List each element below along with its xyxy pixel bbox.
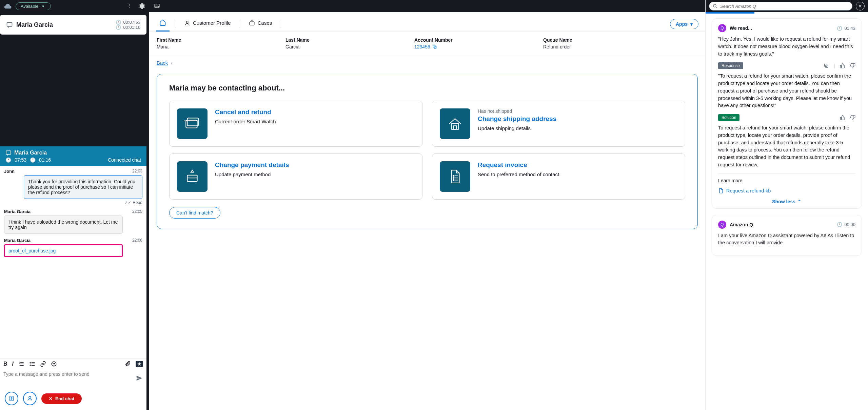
first-name-value: Maria — [157, 44, 224, 49]
clock-icon: 🕐 — [116, 20, 121, 25]
chevron-right-icon: › — [171, 60, 172, 66]
italic-button[interactable]: I — [12, 361, 14, 367]
active-contact-header[interactable]: Maria Garcia 🕐07:53 🕐01:16 Connected cha… — [0, 146, 146, 166]
show-less-button[interactable]: Show less ⌃ — [718, 199, 855, 204]
thumbs-up-icon[interactable] — [840, 115, 845, 120]
svg-point-6 — [53, 363, 54, 364]
account-number-label: Account Number — [414, 37, 482, 43]
svg-point-25 — [453, 175, 454, 176]
svg-point-4 — [30, 365, 31, 366]
bold-button[interactable]: B — [3, 361, 7, 367]
search-input[interactable] — [720, 4, 849, 9]
emoji-button[interactable] — [51, 361, 57, 367]
agent-message: Thank you for providing this information… — [24, 175, 142, 199]
card-title: Cancel and refund — [215, 108, 276, 116]
customer-info-row: First Name Maria Last Name Garcia Accoun… — [149, 32, 705, 55]
card-subtitle: Current order Smart Watch — [215, 119, 276, 124]
first-name-label: First Name — [157, 37, 224, 43]
customer-profile-label: Customer Profile — [193, 20, 231, 26]
copy-icon[interactable] — [824, 63, 829, 68]
svg-rect-36 — [854, 64, 855, 66]
panel-heading: Maria may be contacting about... — [169, 84, 685, 93]
more-icon[interactable]: ⋮ — [127, 3, 132, 9]
attachment-button[interactable] — [125, 361, 131, 367]
intent-card-change-address[interactable]: Has not shipped Change shipping address … — [432, 101, 685, 147]
msg-time: 22:03 — [132, 169, 142, 174]
apps-dropdown[interactable]: Apps ▾ — [670, 19, 698, 29]
card-subtitle: Send to preferred method of contact — [478, 171, 559, 177]
learn-more-link[interactable]: Learn more — [718, 178, 855, 183]
invoice-icon — [440, 161, 470, 192]
close-icon: ✕ — [49, 396, 53, 401]
active-t2: 01:16 — [39, 157, 51, 163]
gear-icon[interactable] — [139, 3, 145, 9]
transfer-button[interactable] — [23, 392, 37, 405]
chat-icon — [6, 21, 13, 28]
document-icon — [718, 188, 724, 193]
end-chat-button[interactable]: ✕ End chat — [41, 393, 82, 404]
queue-name-value: Refund order — [543, 44, 611, 49]
close-panel-button[interactable]: ✕ — [856, 2, 865, 11]
quick-responses-button[interactable] — [136, 361, 143, 367]
q-solution-text: To request a refund for your smart watch… — [718, 124, 855, 169]
house-icon — [440, 108, 470, 139]
svg-rect-21 — [452, 124, 459, 129]
clock-icon: 🕐 — [30, 157, 36, 163]
contact-name: Maria Garcia — [16, 21, 53, 28]
read-label: Read — [133, 200, 142, 205]
card-subtitle: Update shipping details — [478, 125, 556, 131]
svg-rect-0 — [7, 22, 12, 26]
back-link[interactable]: Back — [157, 60, 168, 66]
msg-time: 22:05 — [132, 209, 142, 214]
msg-time: 22:06 — [132, 238, 142, 243]
contact-card[interactable]: Maria Garcia 🕐00:07:53 🕐00:01:16 — [0, 15, 146, 35]
clock-icon: 🕐 — [837, 26, 842, 31]
ordered-list-button[interactable] — [18, 361, 24, 367]
intent-card-request-invoice[interactable]: Request invoice Send to preferred method… — [432, 153, 685, 200]
q-assistant-text: I am your live Amazon Q assistant powere… — [718, 232, 855, 247]
thumbs-down-icon[interactable] — [850, 63, 855, 68]
search-wrapper[interactable] — [709, 2, 852, 11]
q-card-time: 00:00 — [844, 222, 855, 227]
solution-tag: Solution — [718, 114, 739, 121]
transcript-button[interactable] — [5, 392, 18, 405]
chat-icon — [5, 150, 12, 156]
attachment-link[interactable]: proof_of_purchase.jpg — [8, 248, 56, 253]
svg-point-29 — [453, 180, 454, 181]
copy-icon[interactable] — [432, 44, 437, 49]
card-subtitle: Update payment method — [215, 171, 289, 177]
svg-point-31 — [713, 4, 716, 7]
send-button[interactable] — [136, 374, 143, 382]
unordered-list-button[interactable] — [29, 361, 35, 367]
attachment-block[interactable]: proof_of_purchase.jpg — [4, 244, 123, 257]
card-title: Change payment details — [215, 161, 289, 169]
image-icon[interactable] — [154, 3, 160, 9]
kb-link[interactable]: Request a refund-kb — [718, 188, 855, 193]
svg-point-7 — [55, 363, 55, 364]
svg-rect-35 — [840, 66, 841, 68]
link-button[interactable] — [40, 361, 46, 367]
cant-find-match-button[interactable]: Can't find match? — [169, 207, 220, 219]
timer-1: 00:07:53 — [123, 20, 140, 25]
tab-home[interactable] — [156, 16, 170, 32]
svg-point-5 — [52, 362, 56, 366]
account-number-value[interactable]: 123456 — [414, 44, 482, 49]
read-check-icon: ✓✓ — [124, 200, 131, 205]
intent-card-change-payment[interactable]: Change payment details Update payment me… — [169, 153, 422, 200]
message-input[interactable] — [3, 371, 132, 385]
tab-cases[interactable]: Cases — [245, 17, 276, 31]
q-suggestion-card: Q We read... 🕐01:43 "Hey John. Yes, I wo… — [712, 18, 862, 209]
amazon-q-icon: Q — [718, 24, 726, 32]
status-select[interactable]: Available ▾ — [16, 2, 51, 10]
chevron-up-icon: ⌃ — [797, 199, 802, 204]
apps-label: Apps — [676, 21, 688, 27]
svg-rect-37 — [840, 117, 841, 120]
end-chat-label: End chat — [55, 396, 74, 401]
intent-card-cancel-refund[interactable]: Cancel and refund Current order Smart Wa… — [169, 101, 422, 147]
wallet-icon — [177, 108, 208, 139]
kb-link-label: Request a refund-kb — [726, 188, 771, 193]
tab-customer-profile[interactable]: Customer Profile — [181, 17, 234, 31]
svg-line-32 — [716, 7, 717, 8]
thumbs-down-icon[interactable] — [850, 115, 855, 120]
thumbs-up-icon[interactable] — [840, 63, 845, 68]
